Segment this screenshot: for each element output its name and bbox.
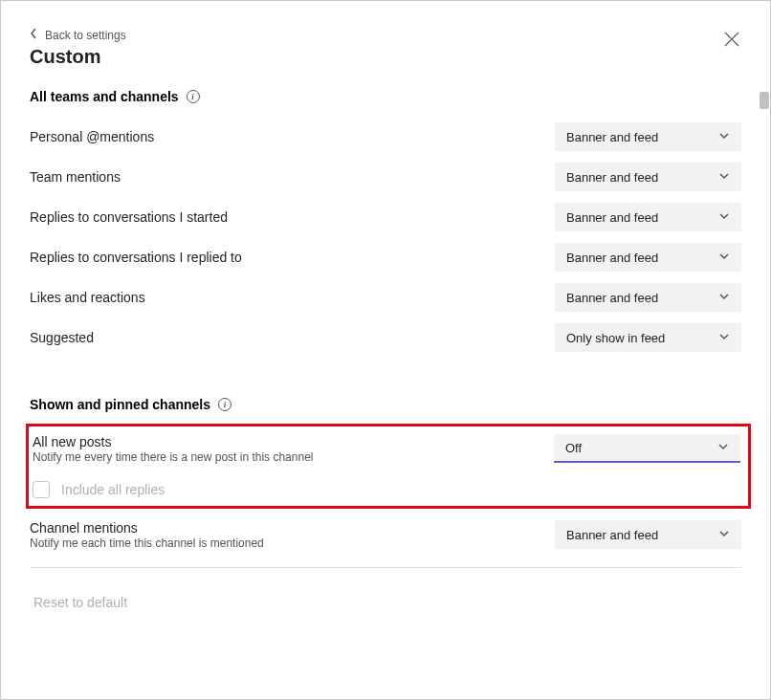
back-to-settings-link[interactable]: Back to settings (30, 28, 741, 42)
settings-panel: Back to settings Custom All teams and ch… (0, 0, 771, 700)
dropdown-value: Banner and feed (566, 210, 658, 225)
section-shown-pinned-header: Shown and pinned channels i (30, 397, 741, 412)
chevron-down-icon (718, 210, 730, 225)
dropdown-likes-reactions[interactable]: Banner and feed (555, 283, 741, 312)
row-all-new-posts: All new posts Notify me every time there… (33, 434, 740, 464)
chevron-down-icon (718, 251, 730, 265)
dropdown-channel-mentions[interactable]: Banner and feed (555, 520, 741, 549)
dropdown-replies-replied[interactable]: Banner and feed (555, 243, 741, 272)
chevron-down-icon (718, 331, 730, 345)
dropdown-team-mentions[interactable]: Banner and feed (555, 163, 741, 191)
setting-sublabel: Notify me every time there is a new post… (33, 450, 554, 464)
row-replies-replied: Replies to conversations I replied to Ba… (30, 240, 741, 274)
info-icon[interactable]: i (218, 398, 231, 411)
setting-label: Personal @mentions (30, 129, 555, 144)
back-label: Back to settings (45, 29, 126, 42)
dropdown-value: Banner and feed (566, 528, 658, 542)
dropdown-value: Banner and feed (566, 130, 658, 144)
dropdown-suggested[interactable]: Only show in feed (555, 323, 741, 352)
setting-label: Replies to conversations I started (30, 209, 555, 225)
setting-label: Likes and reactions (30, 290, 555, 305)
row-suggested: Suggested Only show in feed (30, 320, 741, 355)
dropdown-value: Banner and feed (566, 291, 658, 305)
chevron-down-icon (717, 441, 729, 455)
dropdown-value: Banner and feed (566, 170, 658, 185)
dropdown-value: Only show in feed (566, 331, 665, 345)
highlighted-setting-box: All new posts Notify me every time there… (26, 424, 751, 509)
setting-label: Replies to conversations I replied to (30, 250, 555, 265)
row-include-replies: Include all replies (33, 481, 740, 498)
row-channel-mentions: Channel mentions Notify me each time thi… (30, 520, 741, 568)
chevron-down-icon (718, 130, 730, 144)
chevron-left-icon (30, 28, 37, 42)
chevron-down-icon (718, 528, 730, 542)
dropdown-value: Banner and feed (566, 251, 658, 265)
scrollbar-track[interactable] (759, 1, 770, 699)
checkbox-label: Include all replies (61, 482, 165, 497)
section-all-teams-header: All teams and channels i (30, 89, 741, 104)
info-icon[interactable]: i (187, 90, 200, 103)
chevron-down-icon (718, 291, 730, 305)
dropdown-all-new-posts[interactable]: Off (554, 434, 740, 463)
reset-to-default-link[interactable]: Reset to default (33, 595, 741, 610)
row-replies-started: Replies to conversations I started Banne… (30, 200, 741, 234)
setting-label: Suggested (30, 330, 555, 345)
setting-sublabel: Notify me each time this channel is ment… (30, 536, 555, 550)
row-personal-mentions: Personal @mentions Banner and feed (30, 120, 741, 154)
row-likes-reactions: Likes and reactions Banner and feed (30, 280, 741, 315)
setting-label: All new posts (33, 434, 554, 449)
section-heading: Shown and pinned channels (30, 397, 210, 412)
dropdown-replies-started[interactable]: Banner and feed (555, 203, 741, 231)
include-replies-checkbox[interactable] (33, 481, 50, 498)
dropdown-value: Off (565, 441, 582, 455)
row-team-mentions: Team mentions Banner and feed (30, 160, 741, 194)
page-title: Custom (30, 46, 741, 68)
chevron-down-icon (718, 170, 730, 185)
setting-label: Channel mentions (30, 520, 555, 536)
section-heading: All teams and channels (30, 89, 179, 104)
close-button[interactable] (724, 32, 739, 51)
setting-label: Team mentions (30, 169, 555, 185)
scrollbar-thumb[interactable] (760, 92, 769, 109)
dropdown-personal-mentions[interactable]: Banner and feed (555, 122, 741, 151)
